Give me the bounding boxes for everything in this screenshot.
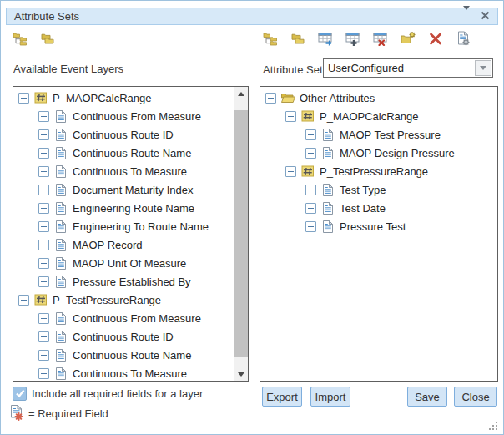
collapse-toggle[interactable] (38, 203, 49, 214)
collapse-toggle[interactable] (265, 93, 276, 104)
collapse-toggle[interactable] (305, 221, 316, 232)
tree-item[interactable]: Engineering Route Name (13, 199, 234, 217)
tree-item[interactable]: Continuous From Measure (13, 309, 234, 327)
collapse-toggle[interactable] (38, 258, 49, 269)
minus-icon (41, 226, 47, 227)
minus-icon (308, 208, 314, 209)
minus-icon (41, 355, 47, 356)
window-title: Attribute Sets (14, 10, 79, 23)
collapse-toggle[interactable] (38, 111, 49, 122)
collapse-toggle[interactable] (305, 129, 316, 140)
doc-icon (53, 330, 68, 344)
attribute-sets-window: Attribute Sets Available Event Layers At… (0, 0, 504, 435)
collapse-toggle[interactable] (38, 313, 49, 324)
remove-from-table-button[interactable] (373, 32, 388, 47)
tree-item[interactable]: Test Date (260, 199, 497, 217)
tree-item[interactable]: Continuous To Measure (13, 364, 234, 381)
collapse-toggle[interactable] (38, 129, 49, 140)
import-button[interactable]: Import (310, 387, 350, 407)
tree-item[interactable]: MAOP Unit Of Measure (13, 254, 234, 272)
available-event-layers-panel: P_MAOPCalcRangeContinuous From MeasureCo… (13, 86, 249, 382)
minus-icon (41, 116, 47, 117)
collapse-toggle[interactable] (18, 93, 29, 104)
scroll-down-button[interactable] (234, 367, 248, 381)
tree-item[interactable]: Pressure Established By (13, 272, 234, 291)
layers-tree-button[interactable] (263, 32, 278, 47)
tree-item[interactable]: Continuous Route Name (13, 144, 234, 162)
collapse-toggle[interactable] (285, 111, 296, 122)
close-button[interactable]: Close (454, 387, 497, 407)
tree-item[interactable]: Pressure Test (260, 217, 497, 235)
collapse-toggle[interactable] (38, 185, 49, 195)
export-button[interactable]: Export (262, 387, 302, 407)
collapse-toggle[interactable] (305, 203, 316, 214)
resize-grip[interactable] (489, 421, 498, 430)
tree-item[interactable]: P_MAOPCalcRange (13, 89, 234, 107)
folders-button[interactable] (290, 32, 305, 47)
collapse-toggle[interactable] (38, 350, 49, 361)
tree-item[interactable]: Other Attributes (260, 89, 497, 107)
tree-item[interactable]: Continuous Route Name (13, 346, 234, 364)
tree-item[interactable]: Engineering To Route Name (13, 217, 234, 235)
doc-icon (53, 201, 68, 215)
vertical-scrollbar[interactable] (234, 87, 248, 381)
tree-item[interactable]: Test Type (260, 180, 497, 199)
collapse-toggle[interactable] (38, 240, 49, 250)
table-remove-icon (373, 31, 388, 48)
folders-button[interactable] (40, 32, 55, 47)
doc-icon (53, 275, 68, 289)
collapse-toggle[interactable] (38, 148, 49, 159)
collapse-toggle[interactable] (38, 221, 49, 232)
layers-tree-button[interactable] (13, 32, 28, 47)
collapse-toggle[interactable] (38, 331, 49, 342)
include-required-fields-checkbox[interactable] (13, 387, 27, 401)
tree-item[interactable]: P_MAOPCalcRange (260, 107, 497, 125)
tree-item[interactable]: Continuous Route ID (13, 125, 234, 144)
minus-icon (41, 318, 47, 319)
tree-item[interactable]: MAOP Record (13, 235, 234, 254)
save-button[interactable]: Save (407, 387, 447, 407)
include-required-fields-label: Include all required fields for a layer (32, 387, 203, 400)
doc-icon (53, 183, 68, 197)
tree-item[interactable]: Continuous From Measure (13, 107, 234, 125)
tree-item[interactable]: Document Maturity Index (13, 180, 234, 199)
collapse-toggle[interactable] (38, 166, 49, 177)
delete-button[interactable] (428, 32, 443, 47)
collapse-toggle[interactable] (305, 148, 316, 159)
add-to-table-button[interactable] (345, 32, 360, 47)
tree-item[interactable]: P_TestPressureRange (13, 291, 234, 309)
combobox-dropdown-button[interactable] (475, 60, 491, 76)
scroll-up-button[interactable] (234, 87, 248, 100)
folder-settings-button[interactable] (401, 32, 416, 47)
folders-icon (290, 31, 305, 48)
export-table-button[interactable] (318, 32, 333, 47)
tree-item[interactable]: MAOP Test Pressure (260, 125, 497, 144)
tree-item-label: Test Date (340, 202, 386, 215)
tree-item-label: MAOP Unit Of Measure (73, 257, 186, 270)
collapse-toggle[interactable] (38, 368, 49, 379)
layer-icon (300, 164, 315, 178)
minus-icon (41, 208, 47, 209)
document-settings-button[interactable] (456, 32, 471, 47)
tree-item[interactable]: MAOP Design Pressure (260, 144, 497, 162)
doc-icon (53, 238, 68, 252)
collapse-toggle[interactable] (285, 166, 296, 177)
doc-icon (53, 256, 68, 271)
tree-item-label: Engineering Route Name (73, 202, 194, 215)
chevron-down-icon[interactable] (463, 10, 470, 23)
minus-icon (288, 116, 294, 117)
scrollbar-thumb[interactable] (234, 110, 248, 357)
close-icon[interactable] (481, 10, 490, 23)
collapse-toggle[interactable] (305, 185, 316, 195)
tree-item-label: P_MAOPCalcRange (320, 110, 419, 123)
tree-item[interactable]: P_TestPressureRange (260, 162, 497, 180)
tree-item[interactable]: Continuous Route ID (13, 327, 234, 346)
tree-item-label: MAOP Test Pressure (340, 129, 441, 141)
collapse-toggle[interactable] (18, 295, 29, 306)
folder-gear-icon (401, 31, 416, 48)
title-bar: Attribute Sets (6, 8, 498, 25)
tree-item[interactable]: Continuous To Measure (13, 162, 234, 180)
attribute-set-combobox[interactable]: UserConfigured (323, 58, 493, 78)
minus-icon (41, 281, 47, 282)
collapse-toggle[interactable] (38, 276, 49, 287)
